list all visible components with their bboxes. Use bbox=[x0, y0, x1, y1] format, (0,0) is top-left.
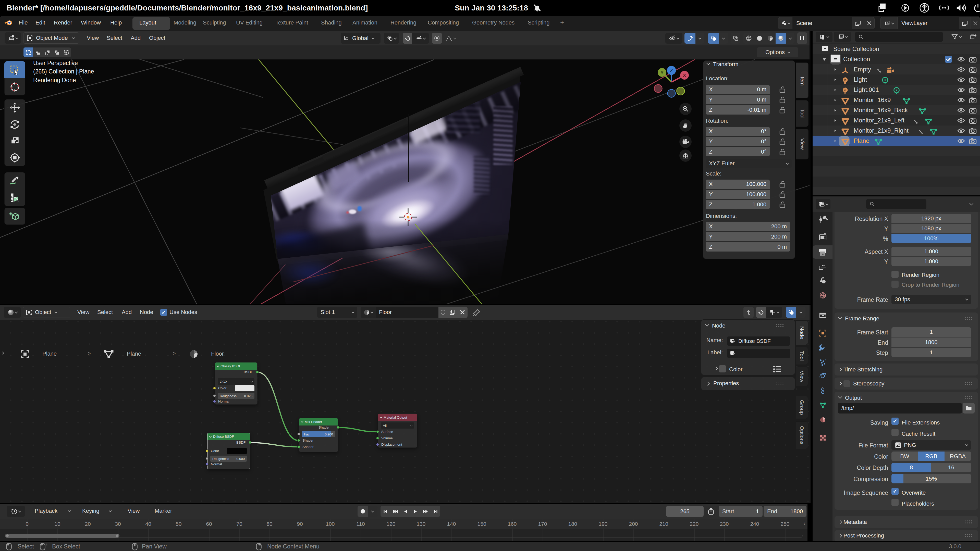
svg-text:X: X bbox=[683, 73, 686, 78]
svg-text:Monitor_16x9_Back: Monitor_16x9_Back bbox=[854, 106, 908, 114]
svg-text:Light.001: Light.001 bbox=[854, 86, 879, 93]
svg-text:Light: Light bbox=[854, 76, 867, 83]
svg-text:Monitor_21x9_Left: Monitor_21x9_Left bbox=[854, 117, 904, 124]
svg-text:Y: Y bbox=[660, 70, 664, 75]
svg-text:Plane: Plane bbox=[854, 137, 869, 144]
svg-text:Scene Collection: Scene Collection bbox=[833, 45, 879, 52]
svg-text:Empty: Empty bbox=[854, 66, 871, 73]
svg-text:Monitor_16x9: Monitor_16x9 bbox=[854, 97, 891, 103]
svg-text:Collection: Collection bbox=[843, 56, 870, 62]
svg-text:Monitor_21x9_Right: Monitor_21x9_Right bbox=[854, 127, 908, 134]
svg-text:Z: Z bbox=[670, 68, 673, 73]
